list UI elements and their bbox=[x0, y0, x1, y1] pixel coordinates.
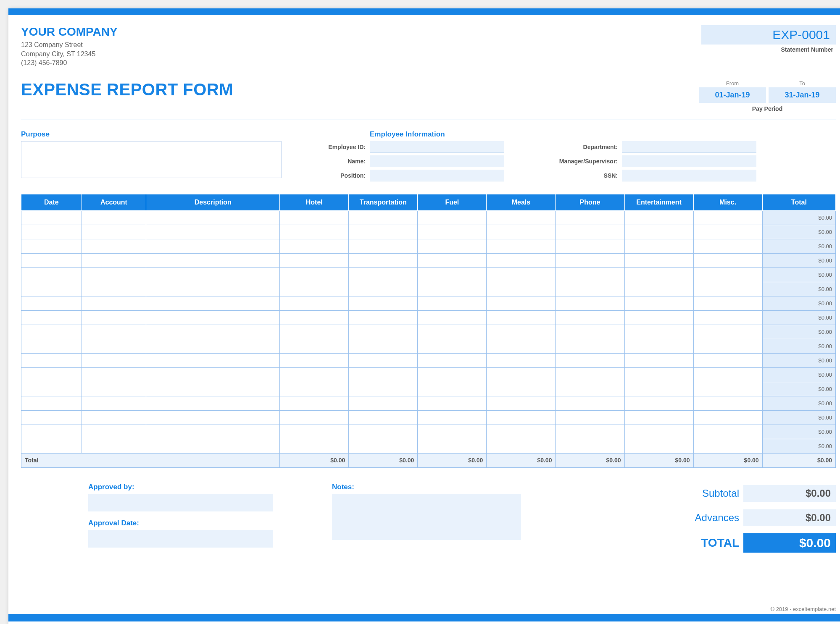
expense-cell[interactable] bbox=[624, 339, 693, 353]
approved-by-input[interactable] bbox=[88, 494, 273, 511]
expense-cell[interactable] bbox=[82, 267, 146, 282]
expense-cell[interactable] bbox=[487, 339, 556, 353]
purpose-input[interactable] bbox=[21, 141, 282, 178]
expense-cell[interactable] bbox=[556, 339, 624, 353]
expense-cell[interactable] bbox=[280, 325, 349, 339]
expense-cell[interactable] bbox=[624, 367, 693, 382]
expense-cell[interactable] bbox=[21, 339, 82, 353]
emp-input-left-0[interactable] bbox=[370, 141, 504, 153]
expense-cell[interactable] bbox=[349, 282, 418, 296]
expense-cell[interactable] bbox=[82, 310, 146, 325]
expense-cell[interactable] bbox=[82, 282, 146, 296]
expense-cell[interactable] bbox=[349, 296, 418, 310]
expense-cell[interactable] bbox=[624, 267, 693, 282]
expense-cell[interactable] bbox=[487, 353, 556, 367]
expense-cell[interactable] bbox=[693, 382, 762, 396]
expense-cell[interactable] bbox=[349, 239, 418, 253]
expense-cell[interactable] bbox=[624, 253, 693, 267]
approval-date-input[interactable] bbox=[88, 530, 273, 548]
expense-cell[interactable] bbox=[624, 225, 693, 239]
expense-cell[interactable] bbox=[418, 410, 487, 425]
expense-cell[interactable] bbox=[280, 382, 349, 396]
emp-input-right-0[interactable] bbox=[622, 141, 756, 153]
advances-value[interactable]: $0.00 bbox=[743, 509, 836, 526]
expense-cell[interactable] bbox=[418, 396, 487, 410]
expense-cell[interactable] bbox=[487, 410, 556, 425]
statement-number[interactable]: EXP-0001 bbox=[701, 25, 836, 45]
expense-cell[interactable] bbox=[556, 353, 624, 367]
expense-cell[interactable] bbox=[349, 267, 418, 282]
pay-period-to[interactable]: 31-Jan-19 bbox=[769, 87, 836, 103]
expense-cell[interactable] bbox=[82, 339, 146, 353]
expense-cell[interactable] bbox=[21, 282, 82, 296]
expense-cell[interactable] bbox=[418, 267, 487, 282]
expense-cell[interactable] bbox=[487, 225, 556, 239]
expense-cell[interactable] bbox=[21, 310, 82, 325]
expense-cell[interactable] bbox=[693, 253, 762, 267]
expense-cell[interactable] bbox=[82, 439, 146, 453]
emp-input-right-2[interactable] bbox=[622, 170, 756, 181]
expense-cell[interactable] bbox=[21, 425, 82, 439]
expense-cell[interactable] bbox=[21, 225, 82, 239]
expense-cell[interactable] bbox=[487, 325, 556, 339]
expense-cell[interactable] bbox=[21, 410, 82, 425]
expense-cell[interactable] bbox=[556, 210, 624, 225]
expense-cell[interactable] bbox=[21, 396, 82, 410]
expense-cell[interactable] bbox=[693, 439, 762, 453]
expense-cell[interactable] bbox=[418, 296, 487, 310]
expense-cell[interactable] bbox=[21, 353, 82, 367]
expense-cell[interactable] bbox=[280, 425, 349, 439]
expense-cell[interactable] bbox=[21, 210, 82, 225]
pay-period-from[interactable]: 01-Jan-19 bbox=[699, 87, 766, 103]
expense-cell[interactable] bbox=[487, 367, 556, 382]
expense-cell[interactable] bbox=[418, 382, 487, 396]
expense-cell[interactable] bbox=[349, 367, 418, 382]
expense-cell[interactable] bbox=[624, 353, 693, 367]
expense-cell[interactable] bbox=[487, 296, 556, 310]
expense-cell[interactable] bbox=[82, 210, 146, 225]
notes-input[interactable] bbox=[332, 494, 521, 540]
expense-cell[interactable] bbox=[280, 310, 349, 325]
expense-cell[interactable] bbox=[556, 253, 624, 267]
expense-cell[interactable] bbox=[349, 225, 418, 239]
expense-cell[interactable] bbox=[418, 425, 487, 439]
expense-cell[interactable] bbox=[146, 425, 280, 439]
expense-cell[interactable] bbox=[146, 339, 280, 353]
expense-cell[interactable] bbox=[349, 310, 418, 325]
expense-cell[interactable] bbox=[349, 382, 418, 396]
expense-cell[interactable] bbox=[556, 410, 624, 425]
expense-cell[interactable] bbox=[556, 296, 624, 310]
expense-cell[interactable] bbox=[146, 267, 280, 282]
expense-cell[interactable] bbox=[418, 253, 487, 267]
expense-cell[interactable] bbox=[146, 239, 280, 253]
expense-cell[interactable] bbox=[146, 296, 280, 310]
expense-cell[interactable] bbox=[487, 282, 556, 296]
expense-cell[interactable] bbox=[21, 382, 82, 396]
expense-cell[interactable] bbox=[624, 310, 693, 325]
expense-cell[interactable] bbox=[418, 353, 487, 367]
expense-cell[interactable] bbox=[418, 367, 487, 382]
expense-cell[interactable] bbox=[280, 210, 349, 225]
expense-cell[interactable] bbox=[82, 239, 146, 253]
expense-cell[interactable] bbox=[146, 225, 280, 239]
expense-cell[interactable] bbox=[82, 296, 146, 310]
expense-cell[interactable] bbox=[146, 210, 280, 225]
expense-cell[interactable] bbox=[349, 353, 418, 367]
expense-cell[interactable] bbox=[349, 325, 418, 339]
expense-cell[interactable] bbox=[693, 210, 762, 225]
expense-cell[interactable] bbox=[280, 296, 349, 310]
expense-cell[interactable] bbox=[349, 439, 418, 453]
expense-cell[interactable] bbox=[418, 325, 487, 339]
expense-cell[interactable] bbox=[487, 267, 556, 282]
expense-cell[interactable] bbox=[280, 353, 349, 367]
expense-cell[interactable] bbox=[624, 325, 693, 339]
expense-cell[interactable] bbox=[349, 410, 418, 425]
expense-cell[interactable] bbox=[556, 267, 624, 282]
expense-cell[interactable] bbox=[82, 425, 146, 439]
expense-cell[interactable] bbox=[624, 396, 693, 410]
expense-cell[interactable] bbox=[82, 353, 146, 367]
expense-cell[interactable] bbox=[693, 425, 762, 439]
expense-cell[interactable] bbox=[349, 210, 418, 225]
expense-cell[interactable] bbox=[693, 296, 762, 310]
expense-cell[interactable] bbox=[418, 225, 487, 239]
